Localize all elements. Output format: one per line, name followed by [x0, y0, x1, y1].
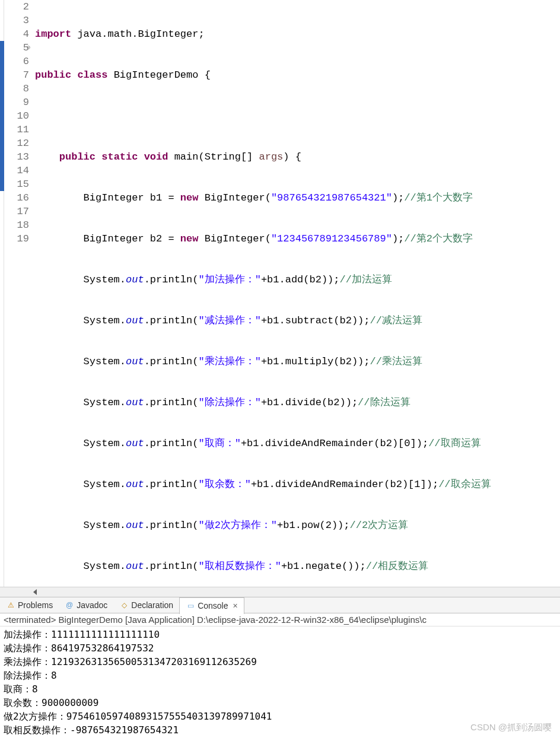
code-editor[interactable]: 2345678910111213141516171819 import java…	[0, 0, 560, 587]
line-number: 11	[4, 123, 29, 136]
breakpoint-marker[interactable]	[0, 177, 4, 191]
declaration-icon: ◇	[119, 600, 129, 610]
breakpoint-ruler[interactable]	[0, 0, 4, 587]
keyword: public	[35, 69, 71, 81]
bottom-tabs-bar: ⚠ Problems @ Javadoc ◇ Declaration ▭ Con…	[0, 597, 560, 613]
code-content[interactable]: import java.math.BigInteger; public clas…	[33, 0, 560, 587]
breakpoint-marker[interactable]	[0, 55, 4, 68]
scroll-left-icon[interactable]	[33, 589, 37, 595]
line-number: 8	[4, 82, 29, 96]
tab-label: Problems	[18, 600, 53, 610]
line-number: 6	[4, 55, 29, 68]
line-number: 13	[4, 150, 29, 164]
tab-problems[interactable]: ⚠ Problems	[0, 597, 59, 613]
tab-console[interactable]: ▭ Console ×	[179, 597, 244, 614]
line-number: 19	[4, 232, 29, 246]
breakpoint-marker[interactable]	[0, 68, 4, 82]
console-line: 减法操作：864197532864197532	[4, 641, 556, 655]
line-number: 18	[4, 218, 29, 232]
breakpoint-marker[interactable]	[0, 41, 4, 55]
console-line: 取商：8	[4, 682, 556, 696]
console-line: 做2次方操作：975461059740893157555403139789971…	[4, 710, 556, 723]
close-icon[interactable]: ×	[233, 601, 238, 610]
param: args	[259, 151, 284, 163]
breakpoint-marker[interactable]	[0, 150, 4, 164]
line-number: 5	[4, 41, 29, 55]
console-line: 加法操作：1111111111111111110	[4, 628, 556, 641]
tab-javadoc[interactable]: @ Javadoc	[59, 597, 113, 613]
breakpoint-marker[interactable]	[0, 82, 4, 96]
javadoc-icon: @	[65, 600, 74, 610]
breakpoint-marker[interactable]	[0, 109, 4, 123]
line-number: 17	[4, 205, 29, 218]
breakpoint-marker[interactable]	[0, 164, 4, 177]
console-icon: ▭	[186, 601, 195, 610]
line-number: 4	[4, 27, 29, 41]
line-number-gutter: 2345678910111213141516171819	[4, 0, 33, 587]
code-text: ) {	[283, 151, 301, 163]
keyword: public	[59, 151, 96, 163]
keyword: import	[35, 28, 71, 40]
line-number: 15	[4, 177, 29, 191]
tab-declaration[interactable]: ◇ Declaration	[113, 597, 179, 613]
line-number: 2	[4, 0, 29, 14]
line-number: 9	[4, 96, 29, 109]
console-line: 除法操作：8	[4, 669, 556, 682]
tab-label: Declaration	[131, 600, 173, 610]
keyword: class	[77, 69, 107, 81]
keyword: void	[144, 151, 168, 163]
breakpoint-marker[interactable]	[0, 136, 4, 150]
console-status: <terminated> BigIntegerDemo [Java Applic…	[0, 613, 560, 626]
tab-label: Javadoc	[77, 600, 107, 610]
line-number: 12	[4, 136, 29, 150]
line-number: 10	[4, 109, 29, 123]
tab-label: Console	[198, 601, 228, 610]
line-number: 14	[4, 164, 29, 177]
problems-icon: ⚠	[6, 600, 15, 610]
keyword: static	[101, 151, 138, 163]
line-number: 3	[4, 14, 29, 27]
code-text: BigIntegerDemo {	[107, 69, 210, 81]
console-line: 乘法操作：12193263135650053134720316911263526…	[4, 655, 556, 669]
horizontal-scrollbar[interactable]	[0, 587, 560, 597]
console-output[interactable]: 加法操作：1111111111111111110减法操作：86419753286…	[0, 626, 560, 738]
breakpoint-marker[interactable]	[0, 96, 4, 109]
line-number: 16	[4, 191, 29, 205]
code-text: main(String[]	[168, 151, 259, 163]
watermark: CSDN @抓到汤圆嘤	[470, 722, 552, 733]
breakpoint-marker[interactable]	[0, 123, 4, 136]
code-text: java.math.BigInteger;	[71, 28, 204, 40]
line-number: 7	[4, 68, 29, 82]
console-line: 取余数：9000000009	[4, 696, 556, 710]
